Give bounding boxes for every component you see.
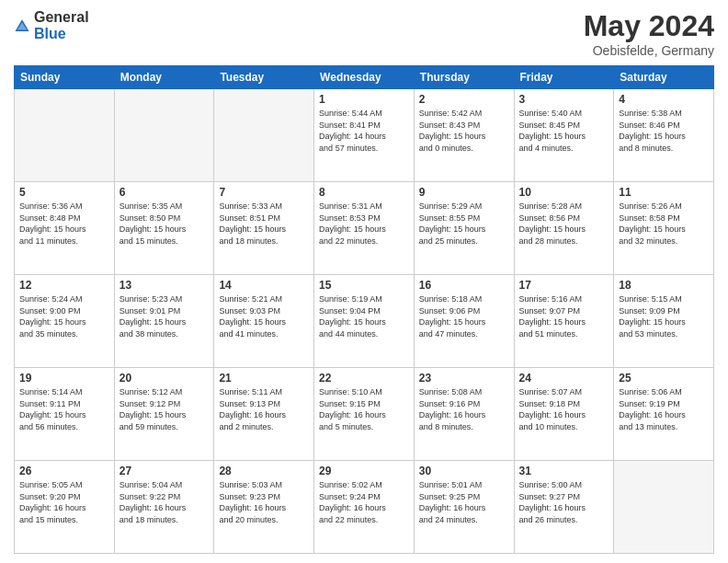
- header-cell-friday: Friday: [514, 66, 614, 89]
- day-info: Sunrise: 5:10 AM Sunset: 9:15 PM Dayligh…: [319, 386, 409, 432]
- day-info: Sunrise: 5:28 AM Sunset: 8:56 PM Dayligh…: [519, 201, 609, 247]
- header-row: SundayMondayTuesdayWednesdayThursdayFrid…: [15, 66, 714, 89]
- day-number: 2: [419, 93, 509, 106]
- day-info: Sunrise: 5:23 AM Sunset: 9:01 PM Dayligh…: [119, 293, 210, 339]
- day-cell: 14Sunrise: 5:21 AM Sunset: 9:03 PM Dayli…: [214, 275, 314, 368]
- day-number: 22: [319, 372, 409, 385]
- day-number: 30: [419, 465, 509, 477]
- day-cell: 10Sunrise: 5:28 AM Sunset: 8:56 PM Dayli…: [514, 182, 614, 275]
- day-number: 21: [219, 372, 309, 385]
- day-number: 5: [19, 186, 109, 199]
- day-cell: 29Sunrise: 5:02 AM Sunset: 9:24 PM Dayli…: [314, 461, 415, 554]
- day-number: 25: [619, 372, 709, 385]
- day-cell: 25Sunrise: 5:06 AM Sunset: 9:19 PM Dayli…: [614, 368, 714, 461]
- day-cell: 18Sunrise: 5:15 AM Sunset: 9:09 PM Dayli…: [614, 275, 714, 368]
- day-number: 3: [519, 93, 609, 106]
- header-cell-sunday: Sunday: [15, 66, 115, 89]
- day-number: 6: [119, 186, 210, 199]
- subtitle: Oebisfelde, Germany: [584, 43, 714, 58]
- day-number: 13: [119, 279, 210, 292]
- page: General Blue May 2024 Oebisfelde, German…: [0, 0, 728, 563]
- day-info: Sunrise: 5:29 AM Sunset: 8:55 PM Dayligh…: [419, 201, 509, 247]
- day-info: Sunrise: 5:03 AM Sunset: 9:23 PM Dayligh…: [219, 479, 309, 525]
- logo-icon: [14, 17, 30, 34]
- day-number: 26: [19, 465, 109, 477]
- day-info: Sunrise: 5:06 AM Sunset: 9:19 PM Dayligh…: [619, 386, 709, 432]
- day-cell: 13Sunrise: 5:23 AM Sunset: 9:01 PM Dayli…: [114, 275, 214, 368]
- day-info: Sunrise: 5:08 AM Sunset: 9:16 PM Dayligh…: [419, 386, 509, 432]
- logo: General Blue: [14, 9, 89, 41]
- day-number: 29: [319, 465, 409, 477]
- day-number: 10: [519, 186, 609, 199]
- day-info: Sunrise: 5:19 AM Sunset: 9:04 PM Dayligh…: [319, 293, 409, 339]
- main-title: May 2024: [584, 9, 714, 43]
- day-number: 27: [119, 465, 210, 477]
- day-cell: 6Sunrise: 5:35 AM Sunset: 8:50 PM Daylig…: [114, 182, 214, 275]
- week-row-1: 1Sunrise: 5:44 AM Sunset: 8:41 PM Daylig…: [15, 89, 714, 182]
- day-cell: 5Sunrise: 5:36 AM Sunset: 8:48 PM Daylig…: [15, 182, 115, 275]
- day-cell: [614, 461, 714, 554]
- title-block: May 2024 Oebisfelde, Germany: [584, 9, 714, 58]
- day-info: Sunrise: 5:04 AM Sunset: 9:22 PM Dayligh…: [119, 479, 210, 525]
- day-number: 20: [119, 372, 210, 385]
- day-number: 12: [19, 279, 109, 292]
- day-info: Sunrise: 5:00 AM Sunset: 9:27 PM Dayligh…: [519, 479, 609, 525]
- day-cell: 24Sunrise: 5:07 AM Sunset: 9:18 PM Dayli…: [514, 368, 614, 461]
- header-cell-wednesday: Wednesday: [314, 66, 415, 89]
- day-cell: [114, 89, 214, 182]
- day-info: Sunrise: 5:15 AM Sunset: 9:09 PM Dayligh…: [619, 293, 709, 339]
- calendar-header: SundayMondayTuesdayWednesdayThursdayFrid…: [15, 66, 714, 89]
- header: General Blue May 2024 Oebisfelde, German…: [14, 9, 714, 58]
- day-number: 16: [419, 279, 509, 292]
- day-info: Sunrise: 5:36 AM Sunset: 8:48 PM Dayligh…: [19, 201, 109, 247]
- day-cell: 17Sunrise: 5:16 AM Sunset: 9:07 PM Dayli…: [514, 275, 614, 368]
- day-info: Sunrise: 5:35 AM Sunset: 8:50 PM Dayligh…: [119, 201, 210, 247]
- day-cell: 26Sunrise: 5:05 AM Sunset: 9:20 PM Dayli…: [15, 461, 115, 554]
- week-row-3: 12Sunrise: 5:24 AM Sunset: 9:00 PM Dayli…: [15, 275, 714, 368]
- day-info: Sunrise: 5:02 AM Sunset: 9:24 PM Dayligh…: [319, 479, 409, 525]
- logo-blue: Blue: [34, 26, 89, 42]
- day-cell: [214, 89, 314, 182]
- day-info: Sunrise: 5:05 AM Sunset: 9:20 PM Dayligh…: [19, 479, 109, 525]
- day-info: Sunrise: 5:31 AM Sunset: 8:53 PM Dayligh…: [319, 201, 409, 247]
- header-cell-thursday: Thursday: [414, 66, 514, 89]
- day-number: 24: [519, 372, 609, 385]
- header-cell-saturday: Saturday: [614, 66, 714, 89]
- day-cell: 16Sunrise: 5:18 AM Sunset: 9:06 PM Dayli…: [414, 275, 514, 368]
- day-number: 14: [219, 279, 309, 292]
- day-cell: 22Sunrise: 5:10 AM Sunset: 9:15 PM Dayli…: [314, 368, 415, 461]
- day-cell: 28Sunrise: 5:03 AM Sunset: 9:23 PM Dayli…: [214, 461, 314, 554]
- day-info: Sunrise: 5:33 AM Sunset: 8:51 PM Dayligh…: [219, 201, 309, 247]
- day-info: Sunrise: 5:16 AM Sunset: 9:07 PM Dayligh…: [519, 293, 609, 339]
- day-info: Sunrise: 5:26 AM Sunset: 8:58 PM Dayligh…: [619, 201, 709, 247]
- day-cell: 31Sunrise: 5:00 AM Sunset: 9:27 PM Dayli…: [514, 461, 614, 554]
- day-info: Sunrise: 5:38 AM Sunset: 8:46 PM Dayligh…: [619, 108, 709, 154]
- logo-text: General Blue: [34, 9, 89, 41]
- day-info: Sunrise: 5:14 AM Sunset: 9:11 PM Dayligh…: [19, 386, 109, 432]
- day-number: 8: [319, 186, 409, 199]
- day-cell: 4Sunrise: 5:38 AM Sunset: 8:46 PM Daylig…: [614, 89, 714, 182]
- day-info: Sunrise: 5:18 AM Sunset: 9:06 PM Dayligh…: [419, 293, 509, 339]
- day-info: Sunrise: 5:12 AM Sunset: 9:12 PM Dayligh…: [119, 386, 210, 432]
- day-number: 31: [519, 465, 609, 477]
- day-info: Sunrise: 5:21 AM Sunset: 9:03 PM Dayligh…: [219, 293, 309, 339]
- day-info: Sunrise: 5:24 AM Sunset: 9:00 PM Dayligh…: [19, 293, 109, 339]
- day-info: Sunrise: 5:01 AM Sunset: 9:25 PM Dayligh…: [419, 479, 509, 525]
- header-cell-tuesday: Tuesday: [214, 66, 314, 89]
- day-cell: 7Sunrise: 5:33 AM Sunset: 8:51 PM Daylig…: [214, 182, 314, 275]
- day-number: 11: [619, 186, 709, 199]
- day-cell: 21Sunrise: 5:11 AM Sunset: 9:13 PM Dayli…: [214, 368, 314, 461]
- day-cell: 11Sunrise: 5:26 AM Sunset: 8:58 PM Dayli…: [614, 182, 714, 275]
- week-row-5: 26Sunrise: 5:05 AM Sunset: 9:20 PM Dayli…: [15, 461, 714, 554]
- day-number: 23: [419, 372, 509, 385]
- week-row-4: 19Sunrise: 5:14 AM Sunset: 9:11 PM Dayli…: [15, 368, 714, 461]
- day-number: 17: [519, 279, 609, 292]
- day-number: 28: [219, 465, 309, 477]
- day-cell: 23Sunrise: 5:08 AM Sunset: 9:16 PM Dayli…: [414, 368, 514, 461]
- day-cell: 19Sunrise: 5:14 AM Sunset: 9:11 PM Dayli…: [15, 368, 115, 461]
- day-number: 19: [19, 372, 109, 385]
- day-cell: 15Sunrise: 5:19 AM Sunset: 9:04 PM Dayli…: [314, 275, 415, 368]
- day-cell: 1Sunrise: 5:44 AM Sunset: 8:41 PM Daylig…: [314, 89, 415, 182]
- day-number: 9: [419, 186, 509, 199]
- day-cell: 2Sunrise: 5:42 AM Sunset: 8:43 PM Daylig…: [414, 89, 514, 182]
